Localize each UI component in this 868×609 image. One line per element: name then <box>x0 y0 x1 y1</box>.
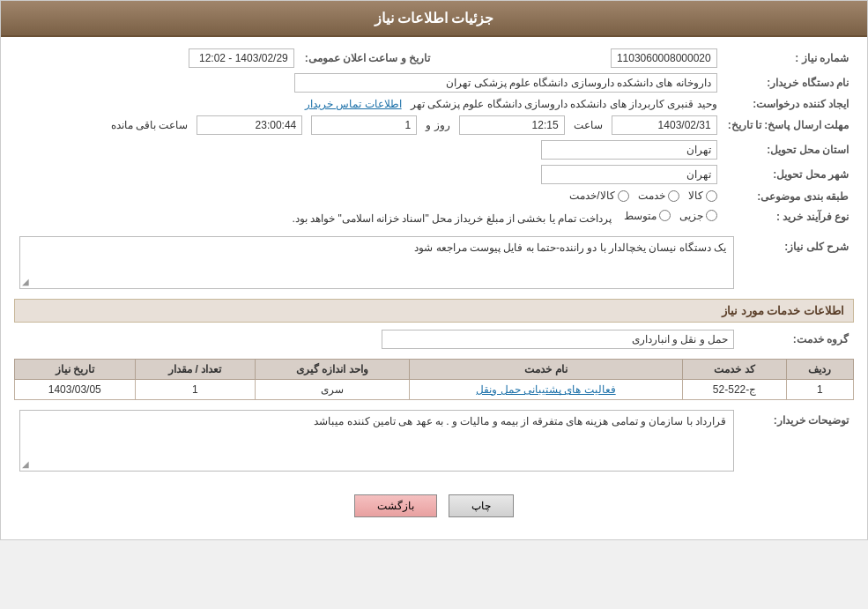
tarikh-box: 1403/02/29 - 12:02 <box>189 48 294 68</box>
tosif-label: توضیحات خریدار: <box>739 407 854 474</box>
page-wrapper: جزئیات اطلاعات نیاز شماره نیاز : 1103060… <box>0 0 868 540</box>
radio-motavaset: متوسط <box>624 210 671 222</box>
resize-icon: ◢ <box>22 277 29 286</box>
row-ijad: ایجاد کننده درخواست: وحید قنبری کاربرداز… <box>14 95 854 113</box>
mohlat-roz-box: 1 <box>311 115 417 135</box>
row-namedastgah: نام دستگاه خریدار: داروخانه های دانشکده … <box>14 71 854 95</box>
content-area: شماره نیاز : 1103060008000020 تاریخ و سا… <box>1 37 867 539</box>
tabaqe-label: طبقه بندی موضوعی: <box>723 187 854 207</box>
cell-nam: فعالیت های پشتیبانی حمل ونقل <box>409 380 683 400</box>
radio-jazei-input[interactable] <box>706 210 717 221</box>
radio-jazei: جزیی <box>679 210 717 222</box>
mohlat-value: 1403/02/31 ساعت 12:15 روز و 1 23:00:44 س… <box>14 113 723 137</box>
row-farayand: نوع فرآیند خرید : جزیی متوسط پرداخت <box>14 207 854 227</box>
shomare-niaz-box: 1103060008000020 <box>611 48 717 68</box>
mohlat-baqi-label: ساعت باقی مانده <box>111 119 189 131</box>
tosif-value: قرارداد با سازمان و تمامی هزینه های متفر… <box>14 407 739 474</box>
radio-kalakhedmat-label: کالا/خدمت <box>569 189 614 202</box>
group-row: گروه خدمت: حمل و نقل و انبارداری <box>14 327 854 352</box>
mohlat-roz-label: روز و <box>426 119 449 131</box>
farayand-value: جزیی متوسط پرداخت تمام یا بخشی از مبلغ خ… <box>14 207 723 227</box>
mohlat-time-box: 12:15 <box>459 115 565 135</box>
col-tedad: تعداد / مقدار <box>135 360 255 380</box>
tarikh-label: تاریخ و ساعت اعلان عمومی: <box>300 46 435 71</box>
farayand-label: نوع فرآیند خرید : <box>723 207 854 227</box>
info-table: شماره نیاز : 1103060008000020 تاریخ و سا… <box>14 46 854 227</box>
col-radif: ردیف <box>786 360 853 380</box>
cell-tarikh: 1403/03/05 <box>15 380 136 400</box>
cell-kod: ج-522-52 <box>683 380 787 400</box>
radio-khedmat-label: خدمت <box>638 189 665 202</box>
shahr-label: شهر محل تحویل: <box>723 162 854 187</box>
tabaqe-value: کالا خدمت کالا/خدمت <box>14 187 723 207</box>
ostan-box: تهران <box>541 140 717 160</box>
tarikh-value: 1403/02/29 - 12:02 <box>14 46 300 71</box>
bottom-buttons: چاپ بازگشت <box>14 481 854 531</box>
cell-vahed: سری <box>255 380 409 400</box>
tabaqe-radio-group: کالا خدمت کالا/خدمت <box>569 189 716 202</box>
services-header-text: اطلاعات خدمات مورد نیاز <box>722 304 844 317</box>
tosif-text: قرارداد با سازمان و تمامی هزینه های متفر… <box>314 415 726 427</box>
tosif-table: توضیحات خریدار: قرارداد با سازمان و تمام… <box>14 407 854 474</box>
ostan-value: تهران <box>14 137 723 162</box>
radio-kala-input[interactable] <box>706 190 717 202</box>
group-value: حمل و نقل و انبارداری <box>14 327 739 352</box>
services-thead: ردیف کد خدمت نام خدمت واحد اندازه گیری ت… <box>15 360 854 380</box>
farayand-radio-group: جزیی متوسط <box>624 210 717 222</box>
tosif-box: قرارداد با سازمان و تمامی هزینه های متفر… <box>19 410 734 472</box>
services-tbody: 1 ج-522-52 فعالیت های پشتیبانی حمل ونقل … <box>15 380 854 400</box>
shomare-niaz-label: شماره نیاز : <box>723 46 854 71</box>
group-table: گروه خدمت: حمل و نقل و انبارداری <box>14 327 854 352</box>
farayand-desc: پرداخت تمام یا بخشی از مبلغ خریداز محل "… <box>292 212 612 224</box>
radio-kalakhedmat-input[interactable] <box>618 190 629 202</box>
radio-kala: کالا <box>688 189 717 202</box>
cell-tedad: 1 <box>135 380 255 400</box>
table-row: 1 ج-522-52 فعالیت های پشتیبانی حمل ونقل … <box>15 380 854 400</box>
services-header-row: ردیف کد خدمت نام خدمت واحد اندازه گیری ت… <box>15 360 854 380</box>
tosif-row: توضیحات خریدار: قرارداد با سازمان و تمام… <box>14 407 854 474</box>
col-nam: نام خدمت <box>409 360 683 380</box>
radio-khedmat-input[interactable] <box>668 190 679 202</box>
namedastgah-value: داروخانه های دانشکده داروسازی دانشگاه عل… <box>14 71 723 95</box>
col-kod: کد خدمت <box>683 360 787 380</box>
ijad-value: وحید قنبری کاربرداز های دانشکده داروسازی… <box>14 95 723 113</box>
sharh-row: شرح کلی نیاز: یک دستگاه نیسان یخچالدار ب… <box>14 234 854 292</box>
namedastgah-box: داروخانه های دانشکده داروسازی دانشگاه عل… <box>294 73 717 93</box>
shahr-box: تهران <box>541 165 717 184</box>
ostan-label: استان محل تحویل: <box>723 137 854 162</box>
row-ostan: استان محل تحویل: تهران <box>14 137 854 162</box>
row-shomare-tarikh: شماره نیاز : 1103060008000020 تاریخ و سا… <box>14 46 854 71</box>
page-header: جزئیات اطلاعات نیاز <box>1 1 867 37</box>
contact-link[interactable]: اطلاعات تماس خریدار <box>305 98 402 110</box>
back-button[interactable]: بازگشت <box>354 494 437 517</box>
print-button[interactable]: چاپ <box>449 494 514 517</box>
sharh-box: یک دستگاه نیسان یخچالدار با دو راننده-حت… <box>19 236 734 289</box>
namedastgah-label: نام دستگاه خریدار: <box>723 71 854 95</box>
mohlat-date-box: 1403/02/31 <box>612 115 717 135</box>
row-shahr: شهر محل تحویل: تهران <box>14 162 854 187</box>
services-table: ردیف کد خدمت نام خدمت واحد اندازه گیری ت… <box>14 359 854 400</box>
shomare-niaz-value: 1103060008000020 <box>435 46 723 71</box>
mohlat-baqi-box: 23:00:44 <box>197 115 302 135</box>
radio-kalakhedmat: کالا/خدمت <box>569 189 628 202</box>
col-tarikh: تاریخ نیاز <box>15 360 136 380</box>
radio-jazei-label: جزیی <box>679 210 703 222</box>
radio-motavaset-label: متوسط <box>624 210 657 222</box>
radio-motavaset-input[interactable] <box>659 210 671 221</box>
sharh-text: یک دستگاه نیسان یخچالدار با دو راننده-حت… <box>414 241 726 254</box>
shahr-value: تهران <box>14 162 723 187</box>
page-title: جزئیات اطلاعات نیاز <box>375 11 494 26</box>
radio-kala-label: کالا <box>688 189 703 202</box>
service-link[interactable]: فعالیت های پشتیبانی حمل ونقل <box>476 383 615 396</box>
mohlat-label: مهلت ارسال پاسخ: تا تاریخ: <box>723 113 854 137</box>
resize-icon-2: ◢ <box>22 459 29 469</box>
radio-khedmat: خدمت <box>638 189 679 202</box>
ijad-label: ایجاد کننده درخواست: <box>723 95 854 113</box>
services-section-header: اطلاعات خدمات مورد نیاز <box>14 299 854 323</box>
sharh-table: شرح کلی نیاز: یک دستگاه نیسان یخچالدار ب… <box>14 234 854 292</box>
sharh-label: شرح کلی نیاز: <box>739 234 854 292</box>
group-box: حمل و نقل و انبارداری <box>382 330 734 349</box>
row-tabaqe: طبقه بندی موضوعی: کالا خدمت <box>14 187 854 207</box>
mohlat-saat-label: ساعت <box>574 119 603 131</box>
cell-radif: 1 <box>786 380 853 400</box>
